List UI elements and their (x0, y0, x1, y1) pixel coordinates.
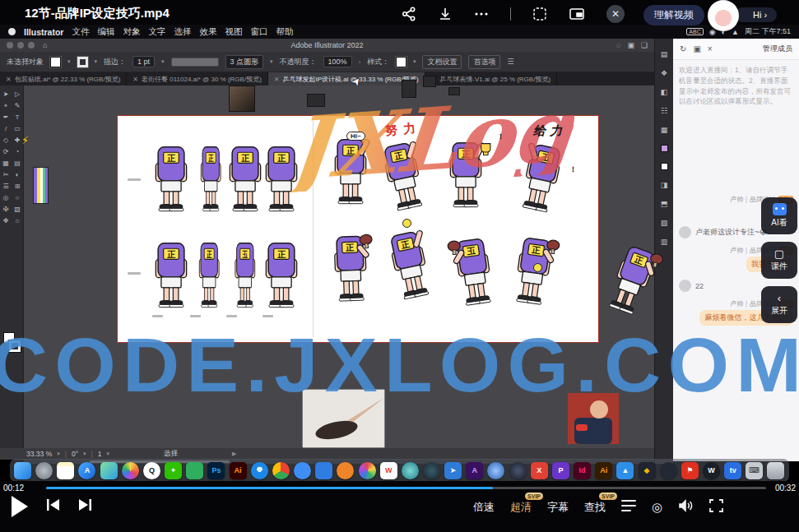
artboard-tool-icon[interactable]: ▧ (12, 204, 23, 215)
time-machine-dock-icon[interactable] (423, 462, 440, 479)
color-wheel-dock-icon[interactable] (359, 462, 376, 479)
rotation-value[interactable]: 0° (72, 450, 78, 458)
brush-select[interactable]: 3 点圆形 (225, 55, 264, 69)
document-tab[interactable]: ✕乒乓球表情-V1.ai @ 25 % (RGB/预览) (425, 72, 558, 86)
sphere-teal-dock-icon[interactable] (402, 462, 419, 479)
sketch-dock-icon[interactable]: ◆ (639, 462, 656, 479)
eyedropper-tool-icon[interactable]: ⊞ (12, 181, 23, 192)
hi-button[interactable]: Hi › (735, 7, 777, 22)
preferences-button[interactable]: 首选项 (468, 55, 500, 69)
stroke-color-swatch[interactable] (77, 57, 88, 67)
direct-selection-tool-icon[interactable]: ▷ (12, 89, 23, 99)
close-tab-icon[interactable]: ✕ (132, 76, 138, 83)
mesh-tool-icon[interactable]: ☰ (0, 181, 12, 192)
graph-tool-icon[interactable]: ✠ (0, 204, 12, 215)
paddle-hand-photo[interactable] (302, 389, 385, 448)
app-store-dock-icon[interactable]: A (78, 462, 95, 479)
maps-dock-icon[interactable] (100, 462, 118, 479)
artboard-number[interactable]: 1 (98, 450, 102, 458)
flag-red-dock-icon[interactable]: ⚑ (681, 462, 699, 479)
playlist-icon[interactable] (621, 500, 636, 514)
screenshot-icon[interactable] (532, 7, 547, 21)
quark-dock-icon[interactable] (660, 462, 677, 479)
cinema4d-dock-icon[interactable] (509, 462, 527, 479)
wps-dock-icon[interactable]: W (380, 462, 397, 479)
play-button[interactable] (12, 496, 28, 517)
reference-thumbnail[interactable] (423, 76, 436, 87)
lasso-tool-icon[interactable]: ✎ (12, 100, 23, 111)
download-icon[interactable] (438, 7, 453, 21)
menubar-app-name[interactable]: Illustrator (24, 27, 63, 37)
share-icon[interactable] (402, 7, 416, 21)
close-tab-icon[interactable]: ✕ (274, 76, 280, 83)
width-profile-preview[interactable] (171, 58, 219, 67)
next-button[interactable] (78, 498, 92, 515)
pencil-tool-icon[interactable]: ⟳ (0, 146, 12, 157)
reference-thumbnail[interactable] (448, 87, 460, 95)
illustrator-dock-icon[interactable]: Ai (230, 462, 247, 479)
workspace-icon[interactable]: ▣ (627, 41, 634, 49)
style-swatch[interactable] (396, 57, 406, 67)
stroke-panel-icon[interactable]: ◨ (661, 181, 668, 189)
scale-tool-icon[interactable]: ▦ (0, 158, 12, 169)
p-app-dock-icon[interactable]: P (552, 462, 569, 479)
close-chat-icon[interactable]: × (708, 44, 713, 53)
notes-dock-icon[interactable] (57, 462, 74, 479)
input-method-badge[interactable]: ABC (686, 28, 703, 35)
volume-icon[interactable] (678, 499, 694, 515)
menu-编辑[interactable]: 编辑 (97, 26, 114, 38)
courseware-button[interactable]: ▢ 课件 (761, 242, 797, 279)
menu-对象[interactable]: 对象 (123, 26, 140, 38)
reference-thumbnail[interactable] (307, 94, 325, 107)
menu-文件[interactable]: 文件 (72, 26, 89, 38)
keyboard-dock-icon[interactable]: ⌨ (746, 462, 763, 479)
screen-share-dock-icon[interactable] (186, 462, 203, 479)
rectangle-tool-icon[interactable]: ▭ (12, 123, 23, 134)
record-icon[interactable]: ◎ (652, 500, 662, 515)
photoshop-dock-icon[interactable]: Ps (207, 462, 225, 479)
symbol-tool-icon[interactable]: ○ (12, 192, 23, 203)
pen-tool-icon[interactable]: ✒ (0, 112, 12, 123)
trash-dock-icon[interactable] (767, 462, 784, 479)
quality-button[interactable]: 超清 SVIP (510, 500, 532, 515)
more-icon[interactable] (474, 7, 489, 21)
width-tool-icon[interactable]: ▤ (12, 158, 23, 169)
avatar[interactable] (708, 0, 739, 31)
wechat-work-dock-icon[interactable]: W (703, 462, 720, 479)
reference-thumbnail[interactable] (402, 80, 416, 98)
tv-app-dock-icon[interactable]: tv (724, 462, 741, 479)
cloud-app-dock-icon[interactable] (294, 462, 311, 479)
opacity-field[interactable]: 100% (323, 56, 352, 67)
wechat-dock-icon[interactable]: ✦ (165, 462, 182, 479)
fill-color-swatch[interactable] (50, 57, 61, 67)
swatches-panel-icon[interactable]: ❖ (661, 69, 667, 77)
expand-button[interactable]: ‹ 展开 (761, 286, 797, 323)
doc-setup-button[interactable]: 文档设置 (422, 55, 462, 69)
brushes-panel-icon[interactable]: ◧ (661, 88, 668, 96)
safari-dock-icon[interactable] (251, 462, 268, 479)
keynote-dock-icon[interactable]: ▲ (616, 462, 634, 479)
home-icon[interactable]: ⌂ (43, 41, 47, 49)
menu-文字[interactable]: 文字 (148, 26, 165, 38)
color-strip-thumbnail[interactable] (33, 167, 49, 204)
zoom-level[interactable]: 33.33 % (26, 450, 52, 458)
artboard[interactable] (118, 116, 598, 342)
close-tab-icon[interactable]: ✕ (6, 76, 12, 83)
pip-icon[interactable] (569, 7, 585, 21)
symbols-panel-icon[interactable]: ☷ (661, 107, 667, 115)
gradient-panel-icon[interactable]: ⬒ (661, 200, 668, 208)
layers-panel-icon[interactable]: ▦ (661, 126, 668, 134)
zoom-tool-icon[interactable]: ⌂ (12, 215, 23, 226)
reference-thumbnail[interactable] (229, 86, 255, 112)
search-icon[interactable]: ◌ (616, 41, 620, 49)
qq-dock-icon[interactable]: Q (143, 462, 160, 479)
type-tool-icon[interactable]: T (12, 112, 23, 123)
speed-button[interactable]: 倍速 (473, 500, 495, 515)
finder-dock-icon[interactable] (14, 462, 31, 479)
progress-bar[interactable] (46, 487, 766, 489)
close-icon[interactable]: ✕ (606, 5, 625, 23)
document-tab[interactable]: ✕包装贴纸.ai* @ 22.33 % (RGB/预览) (0, 72, 127, 86)
panel-menu-icon[interactable]: ☰ (507, 58, 513, 66)
menu-选择[interactable]: 选择 (174, 26, 191, 38)
illustrator-alt-dock-icon[interactable]: Ai (595, 462, 612, 479)
